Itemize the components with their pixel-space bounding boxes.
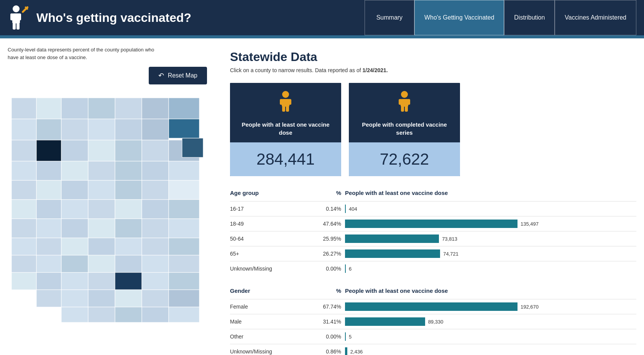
header-left: Who's getting vaccinated? (8, 4, 191, 31)
svg-rect-39 (88, 180, 115, 200)
svg-rect-56 (169, 219, 199, 238)
age-chart-section: Age group % People with at least one vac… (230, 190, 636, 276)
reset-map-label: Reset Map (168, 72, 197, 79)
svg-rect-94 (282, 106, 285, 112)
svg-rect-2 (10, 13, 13, 20)
svg-rect-16 (12, 119, 36, 140)
statewide-subtitle: Click on a county to narrow results. Dat… (230, 67, 636, 73)
svg-rect-46 (88, 200, 115, 219)
svg-rect-86 (115, 307, 142, 322)
svg-rect-37 (36, 180, 61, 200)
svg-rect-80 (88, 290, 115, 307)
svg-rect-76 (142, 272, 169, 290)
map-description: County-level data represents percent of … (8, 46, 161, 61)
map-panel: County-level data represents percent of … (8, 46, 219, 355)
svg-rect-4 (13, 23, 16, 30)
svg-rect-22 (12, 140, 36, 161)
svg-rect-59 (61, 238, 88, 255)
age-chart-row: 50-64 25.95% 73,813 (230, 231, 636, 246)
svg-rect-43 (12, 200, 36, 219)
map-container (8, 92, 219, 328)
svg-rect-64 (12, 255, 36, 272)
separator-bar (0, 35, 644, 38)
svg-rect-25 (88, 140, 115, 161)
svg-rect-89 (182, 138, 203, 157)
minnesota-map[interactable] (8, 96, 207, 326)
svg-rect-74 (88, 272, 115, 290)
age-pct-label: % (310, 190, 341, 196)
svg-rect-36 (12, 180, 36, 200)
svg-rect-32 (88, 161, 115, 180)
age-chart-row: 18-49 47.64% 135,497 (230, 216, 636, 231)
svg-rect-53 (88, 219, 115, 238)
bar (345, 332, 346, 341)
tab-distribution[interactable]: Distribution (504, 0, 555, 35)
svg-rect-93 (288, 99, 291, 105)
svg-rect-65 (36, 255, 61, 272)
svg-rect-54 (115, 219, 142, 238)
tab-vaccines-administered[interactable]: Vaccines Administered (555, 0, 636, 35)
stat-card-header-one: People with at least one vaccine dose (230, 83, 341, 142)
svg-rect-11 (169, 119, 199, 138)
svg-rect-78 (36, 290, 61, 307)
age-group-label: Age group (230, 190, 307, 196)
header: Who's getting vaccinated? Summary Who's … (0, 0, 644, 35)
bar (345, 234, 439, 243)
svg-rect-20 (115, 119, 142, 140)
svg-rect-85 (88, 307, 115, 322)
svg-rect-48 (142, 200, 169, 219)
nav-tabs: Summary Who's Getting Vaccinated Distrib… (365, 0, 636, 35)
gender-chart-row: Other 0.00% 5 (230, 329, 636, 344)
svg-rect-40 (115, 180, 142, 200)
svg-rect-49 (169, 200, 199, 219)
svg-rect-50 (12, 219, 36, 238)
svg-rect-13 (36, 98, 61, 119)
svg-rect-66 (61, 255, 88, 272)
svg-rect-71 (12, 272, 36, 290)
main-content: County-level data represents percent of … (0, 38, 644, 355)
svg-rect-31 (61, 161, 88, 180)
bar (345, 249, 440, 258)
svg-rect-67 (88, 255, 115, 272)
svg-rect-81 (115, 290, 142, 307)
svg-rect-18 (61, 119, 88, 140)
gender-count-label: People with at least one vaccine dose (345, 287, 636, 294)
reset-map-button[interactable]: ↶ Reset Map (149, 67, 207, 84)
svg-rect-100 (401, 106, 404, 112)
gender-chart-rows: Female 67.74% 192,670 Male 31.41% 89,330… (230, 299, 636, 355)
svg-rect-30 (36, 161, 61, 180)
svg-rect-99 (407, 99, 410, 105)
svg-rect-68 (115, 255, 142, 272)
bar (345, 347, 347, 355)
tab-summary[interactable]: Summary (365, 0, 414, 35)
svg-rect-88 (169, 307, 199, 322)
svg-rect-38 (61, 180, 88, 200)
svg-rect-52 (61, 219, 88, 238)
gender-chart-header: Gender % People with at least one vaccin… (230, 287, 636, 297)
stat-card-value-one: 284,441 (230, 142, 341, 176)
svg-rect-57 (12, 238, 36, 255)
svg-rect-83 (169, 290, 199, 307)
svg-rect-21 (142, 119, 169, 140)
age-chart-rows: 16-17 0.14% 404 18-49 47.64% 135,497 50-… (230, 201, 636, 276)
data-panel: Statewide Data Click on a county to narr… (230, 46, 636, 355)
svg-rect-61 (115, 238, 142, 255)
stat-cards: People with at least one vaccine dose 28… (230, 83, 636, 176)
svg-rect-92 (280, 99, 283, 105)
svg-rect-33 (115, 161, 142, 180)
svg-rect-3 (18, 13, 21, 20)
stat-card-completed: People with completed vaccine series 72,… (349, 83, 460, 176)
svg-rect-63 (169, 238, 199, 255)
tab-whos-getting-vaccinated[interactable]: Who's Getting Vaccinated (414, 0, 504, 35)
age-chart-header: Age group % People with at least one vac… (230, 190, 636, 199)
person-icon-completed (397, 91, 412, 117)
svg-rect-24 (61, 140, 88, 161)
svg-rect-84 (61, 307, 88, 322)
gender-pct-label: % (310, 287, 341, 294)
svg-rect-42 (169, 180, 199, 200)
svg-rect-51 (36, 219, 61, 238)
svg-rect-15 (88, 98, 115, 119)
svg-rect-41 (142, 180, 169, 200)
bar (345, 220, 518, 228)
svg-rect-72 (36, 272, 61, 290)
